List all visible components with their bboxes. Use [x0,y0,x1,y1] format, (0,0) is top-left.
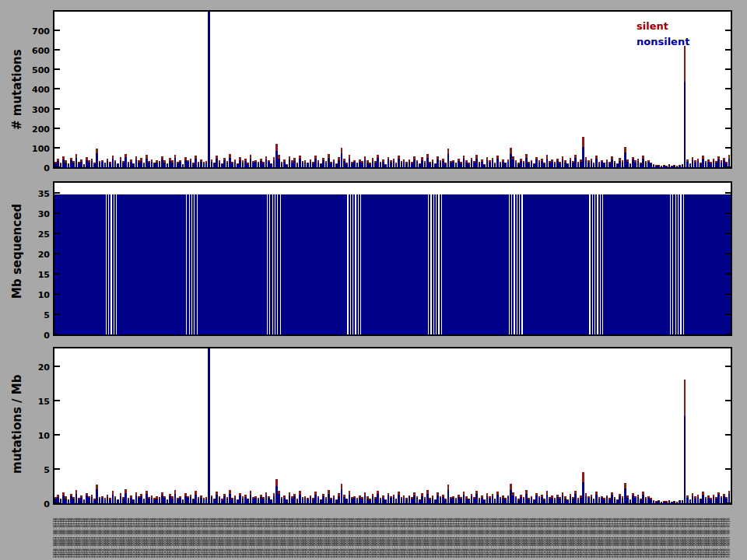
silent-cap [403,495,405,498]
silent-cap [143,499,146,500]
silent-cap [330,162,332,163]
silent-cap [369,499,371,500]
bar [645,161,647,167]
silent-cap [112,156,114,159]
silent-cap [686,159,689,162]
bar [515,496,517,503]
silent-cap [424,161,426,163]
silent-cap [632,157,634,160]
bar [570,158,572,167]
silent-cap [692,493,694,495]
silent-cap [520,159,522,161]
bar [520,495,522,504]
bar [289,156,291,167]
bar [598,194,600,334]
bar [254,496,257,503]
bar [380,498,382,503]
bar [101,160,103,167]
silent-cap [634,496,637,498]
silent-cap [356,498,359,499]
silent-cap [572,497,574,499]
bar [104,163,107,168]
silent-cap [335,163,338,164]
bar [471,158,473,167]
bar [582,472,584,503]
silent-cap [200,159,202,162]
bar [663,165,665,167]
silent-cap [619,494,621,496]
bar [117,499,119,503]
silent-cap [694,160,696,162]
bar [543,163,545,167]
bar [405,162,408,167]
silent-cap [494,163,496,164]
bar [372,494,374,503]
bar [452,496,454,503]
bar [444,163,447,167]
silent-cap [88,496,90,498]
bar [250,155,252,167]
bar [684,46,686,168]
bar [593,194,594,334]
bar [203,162,205,167]
silent-cap [291,496,293,498]
bar [434,163,437,167]
bar [668,500,671,503]
bar [686,495,689,503]
bar [70,158,72,167]
bar [647,160,650,167]
silent-cap [140,158,142,160]
bar [468,499,470,503]
silent-cap [440,160,442,162]
silent-cap [465,160,468,162]
bar [468,163,470,167]
bar [595,492,598,503]
bar [388,157,390,167]
silent-cap [692,157,694,159]
bar [450,161,452,167]
silent-cap [231,498,233,499]
bar [481,495,483,503]
bar [702,156,704,167]
bar [684,380,686,503]
silent-cap [432,495,434,498]
bar [148,161,150,167]
bar [146,155,148,167]
silent-cap [572,161,574,163]
bar [60,499,62,503]
bar [143,163,146,167]
silent-cap [426,490,429,494]
bar [510,484,512,503]
bar [710,498,712,503]
silent-cap [117,163,119,164]
silent-cap [275,144,278,151]
bar [278,155,280,167]
bar [645,497,647,503]
bar [465,160,468,167]
silent-cap [483,164,486,165]
bar [483,164,486,168]
bar [475,155,478,167]
y-axis-label-mutations-per-mb: mutations / Mb [10,380,24,474]
bar [585,493,587,503]
silent-cap [684,380,686,416]
silent-cap [182,499,184,500]
bar [268,496,270,503]
bar [260,159,262,167]
silent-cap [496,156,499,159]
silent-cap [353,160,356,163]
bar [655,501,658,503]
silent-cap [723,158,725,160]
bar [200,159,202,167]
bar [159,161,161,167]
bar [608,498,611,503]
bar [460,497,462,503]
silent-cap [221,499,223,499]
silent-cap [291,160,293,162]
bar [566,499,569,503]
silent-cap [409,495,411,498]
silent-cap [114,160,117,163]
silent-cap [333,159,335,162]
bar [398,492,400,503]
silent-cap [341,484,343,489]
